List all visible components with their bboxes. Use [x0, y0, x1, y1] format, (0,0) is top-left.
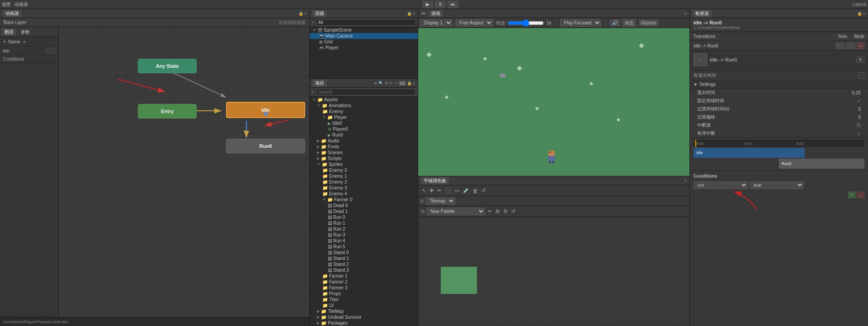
- tree-audio[interactable]: ▶ 📁 Audio: [310, 138, 418, 144]
- gizmos-button[interactable]: Gizmos: [639, 19, 659, 26]
- tree-enemy1[interactable]: 📁 Enemy 1: [310, 173, 418, 179]
- toolbar-add[interactable]: +: [311, 90, 314, 94]
- tab-tilemap[interactable]: 平铺调色板: [421, 177, 449, 184]
- transition-gear-button[interactable]: ⚙: [856, 57, 864, 63]
- tree-player0[interactable]: ⚙ Player0: [310, 126, 418, 132]
- add-condition-button[interactable]: +: [848, 192, 855, 198]
- hierarchy-search-input[interactable]: [316, 19, 416, 26]
- menu-scene[interactable]: 场景: [2, 1, 11, 8]
- palette-edit-button[interactable]: ✏: [487, 208, 493, 214]
- aspect-select[interactable]: Free Aspect: [455, 19, 493, 27]
- hierarchy-lock-icon[interactable]: 🔒: [407, 11, 412, 16]
- remove-condition-button[interactable]: -: [857, 192, 864, 198]
- condition-param-select[interactable]: run: [693, 181, 748, 189]
- lock-icon[interactable]: 🔒: [298, 11, 303, 16]
- tree-ui[interactable]: 📁 UI: [310, 302, 418, 308]
- tree-stand3[interactable]: 🖼 Stand 3: [310, 267, 418, 273]
- remove-transition-button[interactable]: −: [857, 43, 864, 49]
- transition-row[interactable]: Idle -> Run0 −: [690, 41, 868, 51]
- tree-assets-root[interactable]: ▼ 📁 Assets: [310, 97, 418, 103]
- tree-animations[interactable]: ▼ 📁 Animations: [310, 103, 418, 109]
- tree-farmer2[interactable]: 📁 Farmer 2: [310, 279, 418, 285]
- tab-layers[interactable]: 图层: [2, 28, 16, 36]
- play-focused-select[interactable]: Play Focused: [560, 19, 601, 27]
- project-menu-icon[interactable]: ≡: [413, 81, 415, 85]
- tilemap-content[interactable]: [418, 217, 689, 326]
- tree-item-grid[interactable]: ⊞ Grid: [310, 39, 418, 45]
- hierarchy-add-icon[interactable]: +: [311, 20, 314, 25]
- tree-undead[interactable]: ▶ 📁 Undead Survivor: [310, 314, 418, 320]
- tree-enemy0[interactable]: 📁 Enemy 0: [310, 167, 418, 173]
- play-button[interactable]: ▶: [422, 1, 433, 8]
- tree-enemy2[interactable]: 📁 Enemy 2: [310, 179, 418, 185]
- tool-rect[interactable]: ▭: [454, 188, 460, 194]
- menu-animator[interactable]: 动画器: [14, 1, 28, 8]
- tool-select[interactable]: ↖: [421, 188, 427, 194]
- node-entry[interactable]: Entry: [138, 104, 197, 118]
- tree-item-main-camera[interactable]: 📷 Main Camera: [310, 33, 418, 39]
- tree-dead1[interactable]: 🖼 Dead 1: [310, 208, 418, 214]
- palette-grid-button[interactable]: ⊞: [495, 208, 500, 214]
- project-search-input[interactable]: [316, 89, 416, 95]
- inspector-menu-icon[interactable]: ≡: [863, 11, 865, 16]
- hierarchy-menu-icon[interactable]: ≡: [413, 11, 415, 16]
- tab-params[interactable]: 参数: [18, 28, 33, 36]
- tree-enemy4[interactable]: 📁 Enemy 4: [310, 191, 418, 197]
- condition-val-select[interactable]: true: [750, 181, 804, 189]
- tab-animator[interactable]: 动画器: [3, 10, 22, 17]
- tree-scenes[interactable]: ▶ 📁 Scenes: [310, 150, 418, 156]
- exit-time-checkbox[interactable]: [858, 72, 864, 79]
- tree-item-scene[interactable]: ▼ 🎬 SampleScene: [310, 27, 418, 33]
- tree-farmer3[interactable]: 📁 Farmer 3: [310, 285, 418, 291]
- settings-section-header[interactable]: ▼ Settings: [690, 80, 868, 89]
- tree-enemy3[interactable]: 📁 Enemy 3: [310, 185, 418, 191]
- tree-stand2[interactable]: 🖼 Stand 2: [310, 261, 418, 267]
- stats-button[interactable]: 状态: [623, 19, 636, 27]
- tree-run4[interactable]: 🖼 Run 4: [310, 238, 418, 244]
- step-button[interactable]: ⏭: [448, 1, 458, 8]
- node-run0[interactable]: Run0: [226, 139, 305, 153]
- tree-run5[interactable]: 🖼 Run 5: [310, 244, 418, 250]
- tree-dead0[interactable]: 🖼 Dead 0: [310, 203, 418, 208]
- tree-tiles[interactable]: 📁 Tiles: [310, 297, 418, 302]
- tab-project[interactable]: 项目: [312, 80, 327, 87]
- tree-run0-sprite[interactable]: 🖼 Run 0: [310, 214, 418, 220]
- palette-refresh-button[interactable]: ↺: [510, 208, 516, 214]
- zoom-slider[interactable]: [508, 19, 544, 27]
- solo-checkbox[interactable]: [835, 43, 844, 49]
- tree-scripts[interactable]: ▶ 📁 Scripts: [310, 156, 418, 161]
- playhead[interactable]: [695, 140, 696, 147]
- tilemap-select[interactable]: Tilemap: [425, 197, 455, 205]
- tree-run2[interactable]: 🖼 Run 2: [310, 226, 418, 232]
- tree-stand1[interactable]: 🖼 Stand 1: [310, 255, 418, 261]
- tree-run0[interactable]: ▶ Run0: [310, 132, 418, 138]
- tree-farmer0[interactable]: ▼ 📁 Farmer 0: [310, 197, 418, 203]
- tool-move[interactable]: ✥: [429, 188, 434, 194]
- project-lock-icon[interactable]: 🔒: [407, 81, 412, 85]
- node-any-state[interactable]: Any State: [138, 59, 197, 73]
- tree-run3[interactable]: 🖼 Run 3: [310, 232, 418, 238]
- game-menu-icon[interactable]: ≡: [684, 11, 687, 16]
- pause-button[interactable]: ⏸: [435, 1, 446, 8]
- display-select[interactable]: Display 1: [420, 19, 453, 27]
- tab-hierarchy[interactable]: 层级: [312, 10, 327, 17]
- tool-fill[interactable]: ⬛: [444, 188, 452, 194]
- inspector-lock-icon[interactable]: 🔒: [857, 11, 862, 16]
- tree-player-folder[interactable]: ▼ 📁 Player: [310, 114, 418, 120]
- game-view[interactable]: [418, 28, 689, 176]
- tree-idle0[interactable]: ▶ Idle0: [310, 120, 418, 126]
- palette-select[interactable]: New Palette: [426, 208, 485, 215]
- tree-props[interactable]: 📁 Props: [310, 291, 418, 297]
- tab-inspector[interactable]: 检查器: [693, 10, 712, 17]
- animator-graph[interactable]: Any State Entry Idle Run0: [59, 27, 309, 317]
- tree-stand0[interactable]: 🖼 Stand 0: [310, 250, 418, 255]
- add-param-button[interactable]: +: [22, 39, 27, 44]
- mute-button[interactable]: 🔊: [610, 19, 620, 26]
- tool-pick[interactable]: 💉: [462, 188, 470, 194]
- tool-rotate[interactable]: ↺: [481, 188, 486, 194]
- palette-settings-button[interactable]: ⚙: [502, 208, 509, 214]
- animator-menu-icon[interactable]: ≡: [304, 11, 307, 16]
- tool-paint[interactable]: ✏: [436, 188, 442, 194]
- tool-erase[interactable]: 🗑: [472, 188, 479, 194]
- tree-enemy-folder[interactable]: 📁 Enemy: [310, 109, 418, 114]
